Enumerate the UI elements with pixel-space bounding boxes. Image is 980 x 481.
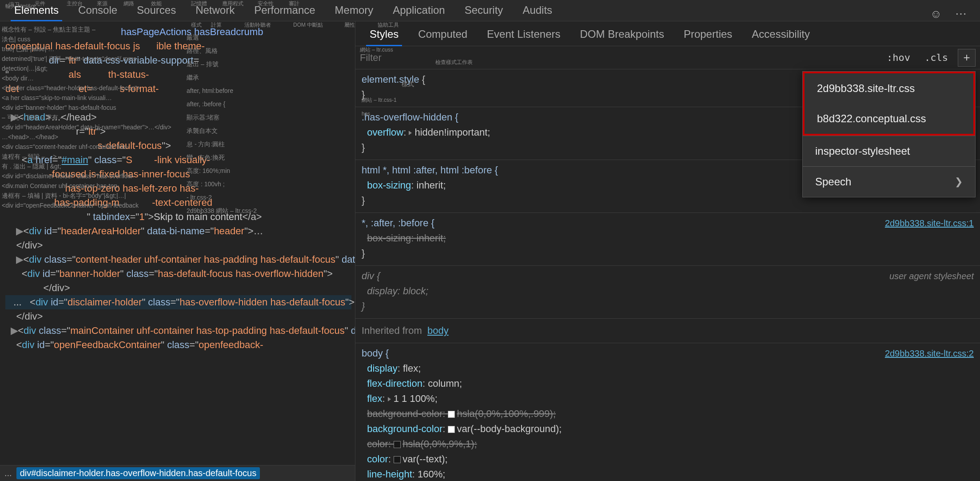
sel-es: element.style — [362, 74, 419, 85]
dom-l1v: ltr — [69, 55, 77, 66]
dom-main-cls: mainContainer uhf-container has-top-padd… — [70, 325, 345, 336]
dom-ltr: ltr — [88, 126, 96, 137]
filter-tiny: 檢查樣式工作表 — [435, 59, 473, 66]
src-r5[interactable]: 2d9bb338.site-ltr.css:2 — [885, 346, 974, 361]
sel-r4: div { — [362, 270, 380, 281]
dom-feedback-cls: openfeedback- — [199, 339, 263, 350]
inh-label: Inherited from — [362, 325, 422, 336]
sel-r2: html *, html :after, html :before { — [362, 164, 498, 176]
blue-text: hasPageActions hasBreadcrumb — [121, 26, 263, 37]
dom-l0b: ible theme- — [156, 40, 205, 52]
p-r1: overflow — [367, 127, 403, 138]
smile-icon[interactable]: ☺ — [930, 7, 942, 21]
dom-l9: has-top-zero has-left-zero has- — [65, 183, 199, 194]
dom-banner[interactable]: div — [28, 268, 40, 279]
src-r3[interactable]: 2d9bb338.site-ltr.css:1 — [885, 216, 974, 231]
subtab-listeners[interactable]: Event Listeners — [477, 23, 570, 46]
dom-selected-row[interactable]: ... <div id="disclaimer-holder" class="h… — [5, 295, 351, 309]
subtab-computed[interactable]: Computed — [408, 23, 477, 46]
tab-application[interactable]: Application — [383, 0, 454, 21]
dom-banner-id: banner-holder — [60, 268, 120, 279]
dom-feedback[interactable]: div — [22, 339, 34, 350]
p-r4: display — [367, 285, 397, 297]
ctx-highlighted-group: 2d9bb338.site-ltr.css b8d322.conceptual.… — [803, 72, 975, 136]
p-r3: box-sizing — [367, 232, 411, 244]
dom-contentheader[interactable]: div — [29, 254, 41, 265]
dom-main[interactable]: div — [24, 325, 36, 336]
v-r2: inherit; — [417, 180, 446, 191]
cls-toggle[interactable]: .cls — [920, 50, 952, 65]
dom-disclaimer-close: </div> — [355, 297, 355, 308]
tab-console[interactable]: Console — [68, 0, 127, 21]
dom-disclaimer-id: disclaimer-holder — [68, 297, 142, 308]
inh-body-link[interactable]: body — [427, 325, 449, 336]
tab-network[interactable]: Network — [186, 0, 244, 21]
chevron-right-icon: ❯ — [955, 176, 963, 188]
dom-head[interactable]: head — [24, 112, 45, 123]
subtab-dombp[interactable]: DOM Breakpoints — [570, 23, 674, 46]
tab-memory[interactable]: Memory — [325, 0, 383, 21]
dom-a-close: </a> — [242, 211, 262, 222]
tab-performance[interactable]: Performance — [244, 0, 325, 21]
dom-a-txt: -link visually- — [154, 154, 210, 165]
ctx-inspector-stylesheet[interactable]: inspector-stylesheet — [803, 136, 975, 166]
sel-r1: .has-overflow-hidden { — [362, 112, 458, 123]
filter-tiny-left: 網站 – ltr.cuss — [360, 46, 393, 54]
dom-l10b: -text-centered — [152, 197, 212, 208]
dom-headerarea[interactable]: div — [29, 225, 41, 236]
new-rule-button[interactable]: + — [958, 49, 976, 67]
subtab-styles[interactable]: Styles — [360, 23, 408, 46]
tab-security[interactable]: Security — [455, 0, 513, 21]
ctx-speech-label: Speech — [815, 176, 851, 188]
ctx-site-ltr[interactable]: 2d9bb338.site-ltr.css — [805, 73, 973, 104]
new-rule-context-menu: 2d9bb338.site-ltr.css b8d322.conceptual.… — [802, 71, 976, 197]
subtabs-tiny: 滾刀 — [9, 1, 20, 8]
dom-contentheader-cls: content-header uhf-container has-padding… — [76, 254, 335, 265]
tiny-has: has — [362, 106, 370, 121]
dom-l0a: conceptual has-default-focus js — [5, 40, 140, 52]
dom-l1a: dir — [49, 55, 60, 66]
dom-bi3: data-bi-name — [351, 325, 355, 336]
crumb-ellipsis[interactable]: ... — [4, 468, 12, 478]
dom-l2b: th-status- — [108, 69, 149, 80]
dom-feedback-id: openFeedbackContainer — [54, 339, 161, 350]
dom-bi1v: header — [214, 225, 244, 236]
dom-head-close: </head> — [61, 112, 97, 123]
v-r1: hidden!important; — [414, 127, 490, 138]
dom-banner-close: </div> — [44, 282, 70, 293]
src-r4: user agent stylesheet — [889, 269, 974, 284]
subtab-accessibility[interactable]: Accessibility — [742, 23, 820, 46]
dom-l10: has-padding-m — [54, 197, 120, 208]
rule-body[interactable]: 2d9bb338.site-ltr.css:2 body { display: … — [355, 343, 980, 481]
dom-skip-text: Skip to main content — [154, 211, 242, 222]
dom-a-cls: S — [126, 154, 132, 165]
dom-tabindex: tabindex — [93, 211, 130, 222]
elements-panel: 概念性有 – 預設 – 焦點主旨主題 –淡色| cusstrue| 已路 |fa… — [0, 21, 355, 481]
subtab-properties[interactable]: Properties — [674, 23, 742, 46]
dom-l6: s-default-focus — [98, 140, 162, 151]
dom-l3b: s-format- — [120, 83, 159, 94]
dom-headerarea-close: </div> — [16, 240, 43, 251]
tab-sources[interactable]: Sources — [127, 0, 186, 21]
more-icon[interactable]: ⋯ — [955, 7, 967, 21]
tiny-es: 網站 – ltr.css-1 — [362, 92, 397, 108]
ctx-conceptual[interactable]: b8d322.conceptual.css — [805, 104, 973, 134]
v-r4: block; — [403, 285, 428, 297]
rule-div-ua[interactable]: user agent stylesheet div { display: blo… — [355, 266, 980, 319]
dom-l2a: als — [68, 69, 81, 80]
dom-a[interactable]: a — [28, 154, 33, 165]
breadcrumb-bar: ... div#disclaimer-holder.has-overflow-h… — [0, 465, 355, 481]
breadcrumb-active[interactable]: div#disclaimer-holder.has-overflow-hidde… — [16, 467, 260, 479]
sel-r5: body { — [362, 348, 389, 359]
inherited-from: Inherited from body — [355, 319, 980, 343]
dom-l1b: data-css-variable-support — [83, 55, 193, 66]
tab-audits[interactable]: Audits — [513, 0, 562, 21]
ctx-speech[interactable]: Speech ❯ — [803, 167, 975, 197]
dom-a-href[interactable]: #main — [62, 154, 88, 165]
dom-banner-cls: has-default-focus has-overflow-hidden — [158, 268, 323, 279]
rule-star-after[interactable]: 2d9bb338.site-ltr.css:1 *, :after, :befo… — [355, 213, 980, 266]
hov-toggle[interactable]: :hov — [882, 50, 915, 65]
dom-tree[interactable]: 概念性有 – 預設 – 焦點主旨主題 –淡色| cusstrue| 已路 |fa… — [0, 21, 355, 465]
dom-l8: -focused is-fixed has-inner-focus — [49, 168, 190, 180]
dom-bi1: data-bi-name — [147, 225, 205, 236]
